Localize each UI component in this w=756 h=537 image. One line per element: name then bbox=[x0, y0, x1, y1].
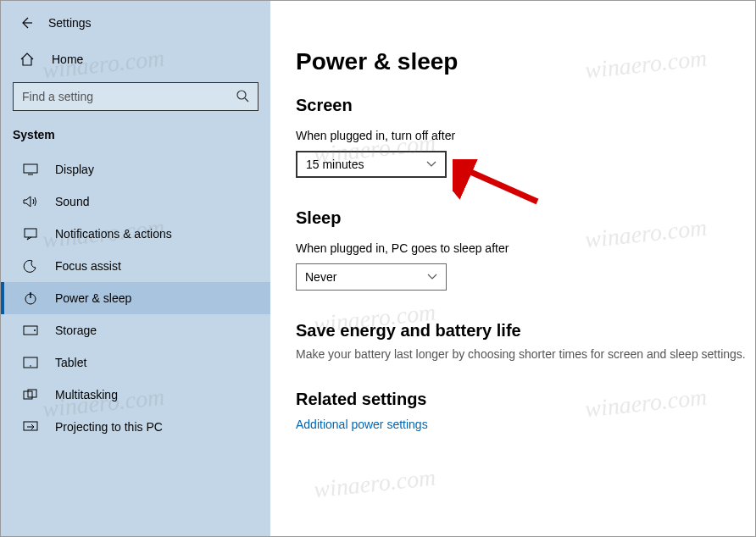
settings-title: Settings bbox=[48, 16, 92, 30]
search-field[interactable] bbox=[22, 90, 236, 103]
sidebar-item-sound[interactable]: Sound bbox=[1, 185, 270, 218]
home-icon bbox=[19, 52, 35, 67]
sidebar-item-storage[interactable]: Storage bbox=[1, 314, 270, 346]
related-heading: Related settings bbox=[296, 390, 755, 409]
chevron-down-icon bbox=[427, 274, 437, 280]
sidebar-item-label: Focus assist bbox=[55, 259, 121, 273]
sidebar-item-projecting[interactable]: Projecting to this PC bbox=[1, 411, 270, 443]
additional-power-settings-link[interactable]: Additional power settings bbox=[296, 418, 755, 431]
svg-rect-5 bbox=[25, 229, 36, 237]
header-row: Settings bbox=[1, 16, 270, 36]
screen-timeout-value: 15 minutes bbox=[306, 158, 364, 171]
energy-heading: Save energy and battery life bbox=[296, 321, 755, 340]
sleep-timeout-value: Never bbox=[305, 270, 336, 284]
sidebar-item-display[interactable]: Display bbox=[1, 153, 270, 185]
search-icon bbox=[236, 89, 249, 105]
svg-rect-14 bbox=[24, 422, 37, 430]
storage-icon bbox=[23, 323, 38, 338]
sidebar-item-label: Tablet bbox=[55, 356, 86, 369]
tablet-icon bbox=[23, 355, 38, 370]
screen-timeout-dropdown[interactable]: 15 minutes bbox=[296, 151, 447, 178]
nav-list: Display Sound Notifications & actions Fo… bbox=[1, 153, 270, 443]
category-label: System bbox=[1, 123, 270, 153]
sidebar-item-label: Display bbox=[55, 163, 94, 176]
sidebar-item-label: Projecting to this PC bbox=[55, 420, 163, 434]
focus-icon bbox=[23, 258, 38, 274]
sidebar-item-label: Notifications & actions bbox=[55, 227, 172, 241]
sidebar: Settings Home System Display Sound bbox=[1, 1, 270, 536]
back-icon[interactable] bbox=[19, 16, 33, 30]
search-input[interactable] bbox=[13, 82, 258, 111]
screen-timeout-label: When plugged in, turn off after bbox=[296, 129, 755, 142]
svg-line-2 bbox=[245, 98, 248, 102]
notifications-icon bbox=[23, 226, 38, 241]
svg-rect-3 bbox=[24, 164, 37, 173]
sidebar-item-label: Storage bbox=[55, 324, 97, 337]
svg-point-1 bbox=[237, 91, 246, 99]
settings-window: Settings Home System Display Sound bbox=[0, 0, 756, 537]
home-label: Home bbox=[52, 53, 83, 66]
chevron-down-icon bbox=[426, 161, 436, 168]
sidebar-item-multitasking[interactable]: Multitasking bbox=[1, 379, 270, 411]
main-content: Power & sleep Screen When plugged in, tu… bbox=[270, 1, 755, 536]
display-icon bbox=[23, 162, 38, 177]
sidebar-item-focus-assist[interactable]: Focus assist bbox=[1, 250, 270, 282]
sidebar-item-notifications[interactable]: Notifications & actions bbox=[1, 218, 270, 250]
sleep-heading: Sleep bbox=[296, 208, 755, 228]
energy-text: Make your battery last longer by choosin… bbox=[296, 347, 755, 361]
projecting-icon bbox=[23, 419, 38, 435]
power-icon bbox=[23, 291, 38, 306]
multitasking-icon bbox=[23, 387, 38, 402]
sound-icon bbox=[23, 194, 38, 209]
screen-heading: Screen bbox=[296, 96, 755, 115]
sleep-timeout-label: When plugged in, PC goes to sleep after bbox=[296, 241, 755, 255]
sidebar-item-label: Multitasking bbox=[55, 388, 118, 401]
svg-point-9 bbox=[34, 329, 36, 331]
sleep-timeout-dropdown[interactable]: Never bbox=[296, 263, 447, 291]
svg-point-11 bbox=[30, 365, 31, 367]
sidebar-item-label: Sound bbox=[55, 195, 89, 208]
page-title: Power & sleep bbox=[296, 48, 755, 75]
sidebar-item-tablet[interactable]: Tablet bbox=[1, 346, 270, 379]
home-nav[interactable]: Home bbox=[1, 36, 270, 79]
sidebar-item-power-sleep[interactable]: Power & sleep bbox=[1, 282, 270, 314]
sidebar-item-label: Power & sleep bbox=[55, 291, 131, 305]
